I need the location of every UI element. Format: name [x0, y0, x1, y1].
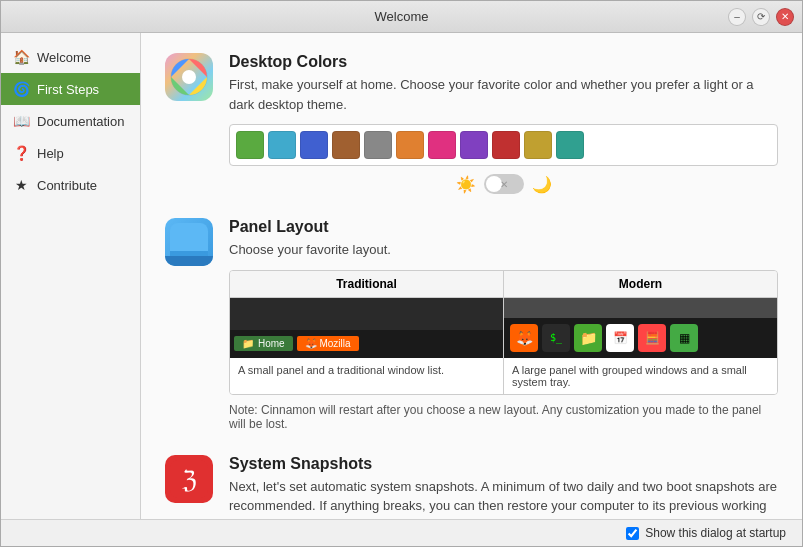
- modern-label: Modern: [504, 271, 777, 298]
- snapshots-section: ℨ System Snapshots Next, let's set autom…: [165, 455, 778, 520]
- modern-terminal-icon: $_: [542, 324, 570, 352]
- contribute-icon: ★: [13, 177, 29, 193]
- startup-checkbox-label[interactable]: Show this dialog at startup: [626, 526, 786, 540]
- snapshots-desc: Next, let's set automatic system snapsho…: [229, 477, 778, 520]
- traditional-label: Traditional: [230, 271, 503, 298]
- sidebar-label-contribute: Contribute: [37, 178, 97, 193]
- traditional-preview: 📁 Home 🦊 Mozilla: [230, 298, 503, 358]
- colors-icon: [165, 53, 213, 101]
- startup-checkbox-text: Show this dialog at startup: [645, 526, 786, 540]
- main-content: Desktop Colors First, make yourself at h…: [141, 33, 802, 519]
- colors-body: Desktop Colors First, make yourself at h…: [229, 53, 778, 194]
- sidebar-item-contribute[interactable]: ★ Contribute: [1, 169, 140, 201]
- swatch-gray[interactable]: [364, 131, 392, 159]
- sidebar-label-documentation: Documentation: [37, 114, 124, 129]
- modern-extra-icon: ▦: [670, 324, 698, 352]
- content-area: 🏠 Welcome 🌀 First Steps 📖 Documentation …: [1, 33, 802, 519]
- colors-title: Desktop Colors: [229, 53, 778, 71]
- color-swatches: [229, 124, 778, 166]
- layout-traditional[interactable]: Traditional 📁 Home 🦊 Mozilla: [230, 271, 504, 394]
- bottom-bar: Show this dialog at startup: [1, 519, 802, 546]
- swatch-green[interactable]: [236, 131, 264, 159]
- svg-point-1: [182, 70, 196, 84]
- sidebar-label-welcome: Welcome: [37, 50, 91, 65]
- modern-desc: A large panel with grouped windows and a…: [504, 358, 777, 394]
- snapshots-title: System Snapshots: [229, 455, 778, 473]
- sidebar-item-documentation[interactable]: 📖 Documentation: [1, 105, 140, 137]
- modern-calendar-icon: 📅: [606, 324, 634, 352]
- snapshots-icon: ℨ: [165, 455, 213, 503]
- sidebar-label-help: Help: [37, 146, 64, 161]
- colors-section: Desktop Colors First, make yourself at h…: [165, 53, 778, 194]
- titlebar: Welcome – ⟳ ✕: [1, 1, 802, 33]
- sidebar: 🏠 Welcome 🌀 First Steps 📖 Documentation …: [1, 33, 141, 519]
- sidebar-item-first-steps[interactable]: 🌀 First Steps: [1, 73, 140, 105]
- snapshots-body: System Snapshots Next, let's set automat…: [229, 455, 778, 520]
- window-title: Welcome: [375, 9, 429, 24]
- documentation-icon: 📖: [13, 113, 29, 129]
- toggle-x: ✕: [500, 179, 508, 190]
- first-steps-icon: 🌀: [13, 81, 29, 97]
- modern-taskbar: 🦊 $_ 📁 📅 🧮 ▦: [504, 318, 777, 358]
- minimize-button[interactable]: –: [728, 8, 746, 26]
- swatch-cyan[interactable]: [268, 131, 296, 159]
- startup-checkbox[interactable]: [626, 527, 639, 540]
- sun-icon: ☀️: [456, 175, 476, 194]
- layout-options: Traditional 📁 Home 🦊 Mozilla: [229, 270, 778, 395]
- restore-button[interactable]: ⟳: [752, 8, 770, 26]
- modern-files-icon: 📁: [574, 324, 602, 352]
- home-taskbar-item: 📁 Home: [234, 336, 293, 351]
- panel-icon: [165, 218, 213, 266]
- modern-preview: 🦊 $_ 📁 📅 🧮 ▦: [504, 298, 777, 358]
- swatch-pink[interactable]: [428, 131, 456, 159]
- panel-note: Note: Cinnamon will restart after you ch…: [229, 403, 778, 431]
- swatch-teal[interactable]: [556, 131, 584, 159]
- main-window: Welcome – ⟳ ✕ 🏠 Welcome 🌀 First Steps: [0, 0, 803, 547]
- swatch-brown[interactable]: [332, 131, 360, 159]
- modern-firefox-icon: 🦊: [510, 324, 538, 352]
- swatch-orange[interactable]: [396, 131, 424, 159]
- swatch-red[interactable]: [492, 131, 520, 159]
- home-icon: 🏠: [13, 49, 29, 65]
- swatch-purple[interactable]: [460, 131, 488, 159]
- panel-title: Panel Layout: [229, 218, 778, 236]
- svg-text:ℨ: ℨ: [182, 466, 197, 493]
- close-button[interactable]: ✕: [776, 8, 794, 26]
- help-icon: ❓: [13, 145, 29, 161]
- theme-toggle: ☀️ ✕ 🌙: [229, 174, 778, 194]
- colors-desc: First, make yourself at home. Choose you…: [229, 75, 778, 114]
- layout-modern[interactable]: Modern 🦊 $_ 📁 📅 🧮 ▦: [504, 271, 777, 394]
- svg-rect-4: [170, 251, 208, 263]
- traditional-desc: A small panel and a traditional window l…: [230, 358, 503, 394]
- traditional-panel-bar: 📁 Home 🦊 Mozilla: [230, 330, 503, 358]
- swatch-blue[interactable]: [300, 131, 328, 159]
- swatch-yellow[interactable]: [524, 131, 552, 159]
- sidebar-item-welcome[interactable]: 🏠 Welcome: [1, 41, 140, 73]
- sidebar-item-help[interactable]: ❓ Help: [1, 137, 140, 169]
- modern-calc-icon: 🧮: [638, 324, 666, 352]
- theme-toggle-track[interactable]: ✕: [484, 174, 524, 194]
- svg-rect-2: [170, 223, 208, 261]
- panel-body: Panel Layout Choose your favorite layout…: [229, 218, 778, 431]
- moon-icon: 🌙: [532, 175, 552, 194]
- sidebar-label-first-steps: First Steps: [37, 82, 99, 97]
- panel-section: Panel Layout Choose your favorite layout…: [165, 218, 778, 431]
- mozilla-taskbar-item: 🦊 Mozilla: [297, 336, 359, 351]
- panel-desc: Choose your favorite layout.: [229, 240, 778, 260]
- window-controls: – ⟳ ✕: [728, 8, 794, 26]
